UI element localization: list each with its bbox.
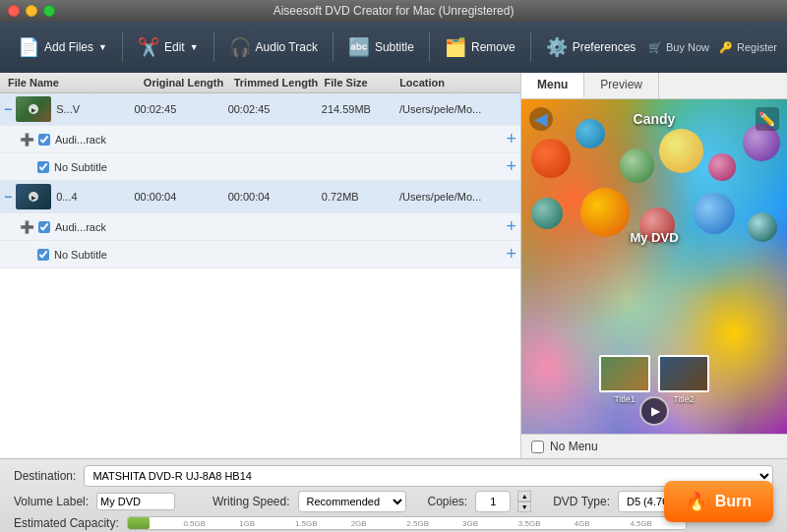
remove-button[interactable]: 🗂️ Remove xyxy=(437,32,523,62)
add-files-button[interactable]: 📄 Add Files ▼ xyxy=(10,32,115,62)
table-row: − ▶ S...V 00:02:45 00:02:45 214.59MB /Us… xyxy=(0,93,520,126)
subtitle-add-btn-2[interactable]: + xyxy=(506,244,516,265)
expand-icon-2[interactable]: ➕ xyxy=(20,220,34,234)
subtitle-label: Subtitle xyxy=(375,40,414,54)
prev-button[interactable]: ◀ xyxy=(529,107,553,131)
title-bar: Aiseesoft DVD Creator for Mac (Unregiste… xyxy=(0,0,787,22)
audio-checkbox-2[interactable] xyxy=(38,221,50,233)
table-row: No Subtitle + xyxy=(0,153,520,181)
tick-label-8: 4GB xyxy=(575,519,590,528)
audio-add-btn-1[interactable]: + xyxy=(506,129,516,149)
capacity-row: Estimated Capacity: 0.5GB 1GB 1.5GB 2GB … xyxy=(14,516,773,530)
file-trimmed-1: 00:02:45 xyxy=(228,103,322,115)
toolbar: 📄 Add Files ▼ ✂️ Edit ▼ 🎧 Audio Track 🔤 … xyxy=(0,22,787,73)
traffic-lights xyxy=(8,5,55,17)
dvd-preview-bg: ◀ Candy ✏️ My DVD Title1 xyxy=(521,99,787,434)
register-button[interactable]: 🔑 Register xyxy=(719,41,777,54)
tab-menu-label: Menu xyxy=(537,78,568,91)
audio-track-icon: 🎧 xyxy=(229,36,251,58)
edit-icon: ✂️ xyxy=(138,36,159,58)
audio-checkbox-1[interactable] xyxy=(38,134,50,146)
col-header-size: File Size xyxy=(325,77,400,89)
add-files-chevron[interactable]: ▼ xyxy=(98,42,107,52)
copies-down-button[interactable]: ▼ xyxy=(517,502,531,512)
copies-up-button[interactable]: ▲ xyxy=(517,491,531,502)
file-list-panel: File Name Original Length Trimmed Length… xyxy=(0,73,521,458)
table-row: ➕ Audi...rack + xyxy=(0,126,520,153)
no-menu-checkbox[interactable] xyxy=(531,441,544,453)
preferences-button[interactable]: ⚙️ Preferences xyxy=(538,32,644,62)
edit-preview-button[interactable]: ✏️ xyxy=(756,107,779,131)
audio-track-button[interactable]: 🎧 Audio Track xyxy=(221,32,326,62)
tab-preview[interactable]: Preview xyxy=(584,73,659,98)
thumb-bg-1 xyxy=(601,357,648,390)
destination-row: Destination: MATSHITA DVD-R UJ-8A8 HB14 xyxy=(14,465,773,487)
dvd-thumb-item-1[interactable]: Title1 xyxy=(599,355,650,404)
edit-button[interactable]: ✂️ Edit ▼ xyxy=(130,32,207,62)
burn-button[interactable]: 🔥 Burn xyxy=(664,481,773,522)
row-remove-btn-1[interactable]: − xyxy=(4,101,12,117)
candy-sphere xyxy=(531,139,571,178)
tab-preview-label: Preview xyxy=(600,78,642,91)
burn-label: Burn xyxy=(715,493,752,510)
row-remove-btn-2[interactable]: − xyxy=(4,189,12,205)
no-menu-label: No Menu xyxy=(550,440,598,453)
col-header-location: Location xyxy=(399,77,513,89)
capacity-ticks: 0.5GB 1GB 1.5GB 2GB 2.5GB 3GB 3.5GB 4GB … xyxy=(128,517,686,529)
table-row: ➕ Audi...rack + xyxy=(0,213,520,241)
add-files-icon: 📄 xyxy=(18,36,39,58)
file-location-2: /Users/pele/Mo... xyxy=(399,191,516,203)
col-header-filename: File Name xyxy=(8,77,144,89)
no-menu-row: No Menu xyxy=(521,434,787,458)
file-original-2: 00:00:04 xyxy=(134,191,227,203)
subtitle-button[interactable]: 🔤 Subtitle xyxy=(340,32,422,62)
subtitle-checkbox-2[interactable] xyxy=(37,249,49,261)
col-header-original: Original Length xyxy=(144,77,234,89)
audio-name-2: Audi...rack xyxy=(55,221,506,233)
tick-label-6: 3GB xyxy=(462,519,478,528)
buy-now-button[interactable]: 🛒 Buy Now xyxy=(648,41,709,54)
thumb-play-icon-2: ▶ xyxy=(29,192,38,202)
cart-icon: 🛒 xyxy=(648,41,662,54)
play-icon: ▶ xyxy=(651,404,660,418)
file-location-1: /Users/pele/Mo... xyxy=(399,103,516,115)
bottom-container: Destination: MATSHITA DVD-R UJ-8A8 HB14 … xyxy=(0,458,787,532)
subtitle-checkbox-1[interactable] xyxy=(37,161,49,173)
writing-speed-select[interactable]: Recommended xyxy=(298,491,406,512)
dvd-thumb-item-2[interactable]: Title2 xyxy=(658,355,709,404)
dvd-thumb-label-2: Title2 xyxy=(673,394,695,404)
file-list-header: File Name Original Length Trimmed Length… xyxy=(0,73,520,93)
thumb-bg-2 xyxy=(660,357,707,390)
expand-icon-1[interactable]: ➕ xyxy=(20,133,34,147)
preview-content: ◀ Candy ✏️ My DVD Title1 xyxy=(521,99,787,434)
minimize-button[interactable] xyxy=(26,5,37,17)
copies-input[interactable] xyxy=(475,491,511,512)
separator-5 xyxy=(530,32,531,62)
separator-3 xyxy=(333,32,333,62)
destination-label: Destination: xyxy=(14,469,76,483)
thumb-play-icon-1: ▶ xyxy=(29,104,38,114)
burn-button-area: 🔥 Burn xyxy=(664,481,773,522)
candy-sphere xyxy=(531,198,563,229)
audio-name-1: Audi...rack xyxy=(55,134,506,146)
audio-add-btn-2[interactable]: + xyxy=(506,216,516,237)
tab-menu[interactable]: Menu xyxy=(521,73,584,98)
tick-label-2: 1GB xyxy=(239,519,255,528)
edit-label: Edit xyxy=(164,40,185,54)
subtitle-add-btn-1[interactable]: + xyxy=(506,156,516,177)
dvd-thumb-img-2 xyxy=(658,355,709,392)
subtitle-name-1: No Subtitle xyxy=(54,161,506,173)
maximize-button[interactable] xyxy=(43,5,55,17)
preview-title-text: Candy xyxy=(634,111,676,127)
register-icon: 🔑 xyxy=(719,41,733,54)
buy-now-label: Buy Now xyxy=(666,41,709,53)
play-button[interactable]: ▶ xyxy=(639,396,669,426)
copies-label: Copies: xyxy=(428,495,468,508)
subtitle-name-2: No Subtitle xyxy=(54,249,506,261)
close-button[interactable] xyxy=(8,5,20,17)
burn-icon: 🔥 xyxy=(686,491,707,512)
volume-input[interactable] xyxy=(96,493,175,510)
table-row: No Subtitle + xyxy=(0,241,520,268)
edit-chevron[interactable]: ▼ xyxy=(190,42,199,52)
dvd-type-label: DVD Type: xyxy=(553,495,610,508)
